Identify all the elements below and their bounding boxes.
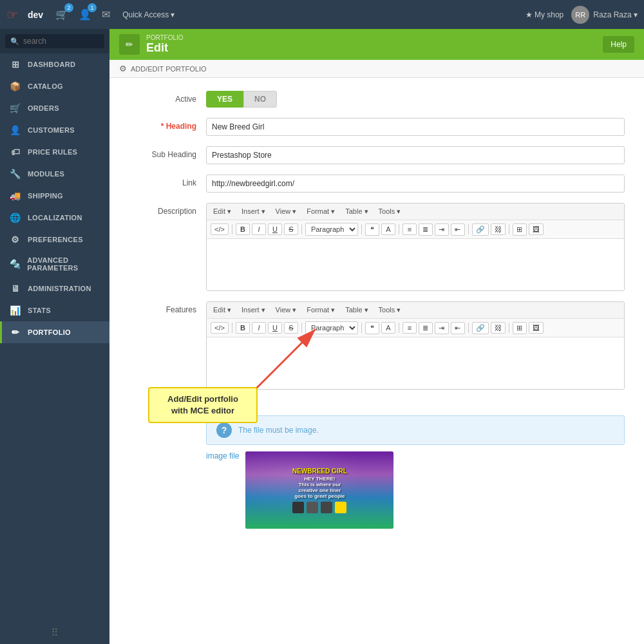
toolbar-unlink-btn[interactable]: ⛓ <box>491 223 506 235</box>
editor-format-menu[interactable]: Format ▾ <box>304 206 337 217</box>
sidebar-item-advanced-parameters[interactable]: 🔩 ADVANCED PARAMETERS <box>0 251 109 278</box>
sidebar-item-label: PREFERENCES <box>28 236 83 243</box>
sidebar-item-portfolio[interactable]: ✏ PORTFOLIO <box>0 321 109 343</box>
toggle-yes[interactable]: YES <box>206 91 243 108</box>
toolbar-a-btn[interactable]: A <box>381 223 395 235</box>
page-header-left: ✏ PORTFOLIO Edit <box>119 34 184 55</box>
sidebar-item-label: CATALOG <box>28 82 63 90</box>
toolbar-table-btn[interactable]: ⊞ <box>513 223 527 236</box>
features-toolbar-ul-btn[interactable]: ≡ <box>402 322 417 334</box>
toolbar-outdent-btn[interactable]: ⇤ <box>451 223 465 236</box>
editor-view-menu[interactable]: View ▾ <box>273 206 299 217</box>
search-input[interactable] <box>23 37 99 46</box>
features-toolbar-ol-btn[interactable]: ≣ <box>419 322 433 334</box>
price-rules-icon: 🏷 <box>10 147 21 157</box>
toolbar-ul-btn[interactable]: ≡ <box>402 223 417 235</box>
my-shop-btn[interactable]: ★ My shop <box>526 10 564 19</box>
features-table-menu[interactable]: Table ▾ <box>343 305 370 316</box>
features-tools-menu[interactable]: Tools ▾ <box>376 305 404 316</box>
sidebar-item-preferences[interactable]: ⚙ PREFERENCES <box>0 229 109 251</box>
image-file-link[interactable]: image file <box>206 451 239 460</box>
features-insert-menu[interactable]: Insert ▾ <box>239 305 268 316</box>
annotation-arrow <box>245 323 335 400</box>
search-input-wrap[interactable]: 🔍 <box>5 34 104 48</box>
user-menu-btn[interactable]: RR Raza Raza ▾ <box>571 6 638 24</box>
toolbar-format-select[interactable]: Paragraph Heading 1 Heading 2 <box>305 223 358 236</box>
sidebar-item-price-rules[interactable]: 🏷 PRICE RULES <box>0 141 109 163</box>
features-format-menu[interactable]: Format ▾ <box>304 305 337 316</box>
home-icon[interactable]: ☞ <box>6 7 18 23</box>
toolbar-quote-btn[interactable]: ❝ <box>365 223 379 236</box>
description-editor-body[interactable] <box>207 239 624 290</box>
features-toolbar-a-btn[interactable]: A <box>381 322 395 334</box>
cart-badge: 2 <box>64 3 73 12</box>
link-input[interactable] <box>206 175 625 193</box>
portfolio-image-icons <box>292 502 346 513</box>
portfolio-image-title: NEWBREED GIRL <box>292 468 347 475</box>
features-toolbar-outdent-btn[interactable]: ⇤ <box>451 322 465 334</box>
file-drop-zone[interactable]: ? The file must be image. <box>206 415 625 445</box>
editor-table-menu[interactable]: Table ▾ <box>343 206 370 217</box>
cart-icon-btn[interactable]: 🛒2 <box>53 6 71 23</box>
sidebar-item-label: PORTFOLIO <box>28 328 71 336</box>
toolbar-image-btn[interactable]: 🖼 <box>529 223 544 235</box>
orders-icon: 🛒 <box>10 103 21 113</box>
page-header: ✏ PORTFOLIO Edit Help <box>109 29 644 60</box>
portfolio-image-preview: NEWBREED GIRL HEY THERE!This is where ou… <box>245 451 393 529</box>
sub-heading-input[interactable] <box>206 146 625 164</box>
toolbar-underline-btn[interactable]: U <box>268 223 282 235</box>
editor-edit-menu[interactable]: Edit ▾ <box>211 206 234 217</box>
help-button[interactable]: Help <box>603 36 634 53</box>
top-bar-left: ☞ dev 🛒2 👤1 ✉ Quick Access ▾ <box>6 6 175 23</box>
features-view-menu[interactable]: View ▾ <box>273 305 299 316</box>
form-area: Active YES NO Heading Sub Heading <box>109 78 644 644</box>
features-edit-menu[interactable]: Edit ▾ <box>211 305 234 316</box>
toolbar-link-btn[interactable]: 🔗 <box>472 223 489 236</box>
sidebar-item-orders[interactable]: 🛒 ORDERS <box>0 97 109 119</box>
features-toolbar-code-btn[interactable]: </> <box>211 322 229 334</box>
main-layout: 🔍 ⊞ DASHBOARD 📦 CATALOG 🛒 ORDERS 👤 CUSTO… <box>0 29 644 644</box>
features-toolbar-quote-btn[interactable]: ❝ <box>365 322 379 334</box>
sub-heading-input-wrap <box>206 146 625 164</box>
mail-icon-btn[interactable]: ✉ <box>99 6 113 23</box>
toggle-no[interactable]: NO <box>243 91 277 108</box>
heading-label: Heading <box>129 118 206 131</box>
sidebar-item-catalog[interactable]: 📦 CATALOG <box>0 75 109 97</box>
sidebar-item-shipping[interactable]: 🚚 SHIPPING <box>0 185 109 207</box>
sidebar-item-administration[interactable]: 🖥 ADMINISTRATION <box>0 278 109 299</box>
user-name: Raza Raza ▾ <box>593 10 638 19</box>
editor-insert-menu[interactable]: Insert ▾ <box>239 206 268 217</box>
sidebar-item-stats[interactable]: 📊 STATS <box>0 299 109 321</box>
sidebar-item-dashboard[interactable]: ⊞ DASHBOARD <box>0 53 109 75</box>
features-toolbar-table-btn[interactable]: ⊞ <box>513 322 527 334</box>
page-title: Edit <box>146 41 184 55</box>
description-row: Description Edit ▾ Insert ▾ View ▾ Forma… <box>129 203 625 291</box>
sidebar-bottom: ⠿ <box>0 621 109 644</box>
edit-icon-btn[interactable]: ✏ <box>119 34 140 55</box>
features-toolbar-image-btn[interactable]: 🖼 <box>529 322 544 334</box>
features-toolbar-indent-btn[interactable]: ⇥ <box>435 322 449 334</box>
f-toolbar-divider-4 <box>399 323 399 333</box>
features-toolbar-unlink-btn[interactable]: ⛓ <box>491 322 506 334</box>
toolbar-strike-btn[interactable]: S <box>284 223 298 235</box>
description-editor: Edit ▾ Insert ▾ View ▾ Format ▾ Table ▾ … <box>206 203 625 291</box>
sidebar-item-customers[interactable]: 👤 CUSTOMERS <box>0 119 109 141</box>
sidebar-item-localization[interactable]: 🌐 LOCALIZATION <box>0 207 109 229</box>
f-toolbar-divider-1 <box>232 323 232 333</box>
toolbar-italic-btn[interactable]: I <box>252 223 266 235</box>
users-icon-btn[interactable]: 👤1 <box>76 6 94 23</box>
toolbar-ol-btn[interactable]: ≣ <box>419 223 433 236</box>
toolbar-divider-3 <box>361 224 362 234</box>
editor-tools-menu[interactable]: Tools ▾ <box>376 206 404 217</box>
sidebar-item-modules[interactable]: 🔧 MODULES <box>0 163 109 185</box>
toolbar-divider-6 <box>509 224 509 234</box>
toolbar-indent-btn[interactable]: ⇥ <box>435 223 449 236</box>
toolbar-code-btn[interactable]: </> <box>211 223 229 235</box>
toolbar-bold-btn[interactable]: B <box>236 223 250 235</box>
page-breadcrumb: PORTFOLIO <box>146 34 184 41</box>
portfolio-image-tagline: HEY THERE!This is where ourcreative one … <box>294 476 345 499</box>
features-toolbar-link-btn[interactable]: 🔗 <box>472 322 489 334</box>
quick-access-btn[interactable]: Quick Access ▾ <box>122 10 175 19</box>
heading-input[interactable] <box>206 118 625 136</box>
sidebar-drag-handle[interactable]: ⠿ <box>5 627 104 639</box>
